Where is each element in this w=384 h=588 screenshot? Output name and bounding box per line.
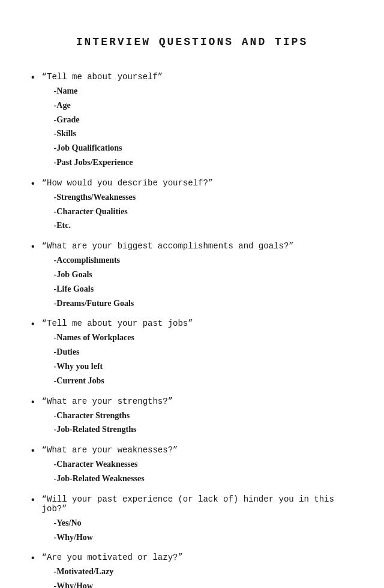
question-text: “What are your biggest accomplishments a…: [42, 241, 294, 251]
bullet-icon: •: [30, 553, 36, 564]
sub-item-text: -Etc.: [54, 218, 214, 233]
bullet-icon: •: [30, 242, 36, 253]
sub-item-text: -Names of Workplaces: [54, 331, 193, 345]
sub-item-text: -Character Strengths: [54, 409, 173, 423]
question-text: “Will your past experience (or lack of) …: [42, 494, 354, 514]
sub-item-text: -Past Jobs/Experience: [54, 155, 163, 170]
sub-item-text: -Why/How: [54, 579, 183, 588]
sub-item-text: -Duties: [54, 345, 193, 359]
sub-item-text: -Grade: [54, 113, 163, 127]
sub-item-text: -Character Weaknesses: [54, 457, 178, 472]
sub-item-text: -Motivated/Lazy: [54, 565, 183, 579]
bullet-icon: •: [30, 495, 36, 506]
sub-item-text: -Accomplishments: [54, 253, 294, 268]
question-text: “What are your weaknesses?”: [42, 445, 178, 455]
bullet-icon: •: [30, 179, 36, 190]
sub-item-text: -Life Goals: [54, 282, 294, 296]
bullet-icon: •: [30, 319, 36, 330]
list-item: •“Tell me about your past jobs”-Names of…: [30, 319, 354, 388]
sub-item-text: -Why/How: [54, 530, 354, 545]
list-item: •“Are you motivated or lazy?”-Motivated/…: [30, 553, 354, 588]
list-item: •“What are your biggest accomplishments …: [30, 241, 354, 310]
sub-item-text: -Age: [54, 98, 163, 113]
list-item: •“What are your weaknesses?”-Character W…: [30, 445, 354, 486]
sub-item-text: -Job-Related Strengths: [54, 422, 173, 437]
sub-item-text: -Current Jobs: [54, 374, 193, 388]
sub-item-text: -Name: [54, 84, 163, 98]
sub-item-text: -Yes/No: [54, 516, 354, 530]
sub-item-text: -Dreams/Future Goals: [54, 296, 294, 311]
sub-item-text: -Job Goals: [54, 268, 294, 282]
bullet-icon: •: [30, 446, 36, 457]
bullet-icon: •: [30, 397, 36, 408]
bullet-icon: •: [30, 73, 36, 83]
sub-item-text: -Job Qualifications: [54, 141, 163, 155]
page-title: INTERVIEW QUESTIONS AND TIPS: [30, 36, 354, 48]
question-text: “How would you describe yourself?”: [42, 178, 214, 188]
questions-list: •“Tell me about yourself”-Name-Age-Grade…: [30, 72, 354, 588]
sub-item-text: -Character Qualities: [54, 205, 214, 219]
list-item: •“What are your strengths?”-Character St…: [30, 397, 354, 437]
question-text: “What are your strengths?”: [42, 397, 173, 406]
question-text: “Tell me about yourself”: [42, 72, 163, 82]
sub-item-text: -Why you left: [54, 359, 193, 374]
sub-item-text: -Job-Related Weaknesses: [54, 472, 178, 486]
question-text: “Tell me about your past jobs”: [42, 319, 193, 328]
list-item: •“Will your past experience (or lack of)…: [30, 494, 354, 545]
list-item: •“How would you describe yourself?”-Stre…: [30, 178, 354, 233]
list-item: •“Tell me about yourself”-Name-Age-Grade…: [30, 72, 354, 170]
sub-item-text: -Strengths/Weaknesses: [54, 190, 214, 205]
sub-item-text: -Skills: [54, 127, 163, 141]
question-text: “Are you motivated or lazy?”: [42, 553, 183, 562]
